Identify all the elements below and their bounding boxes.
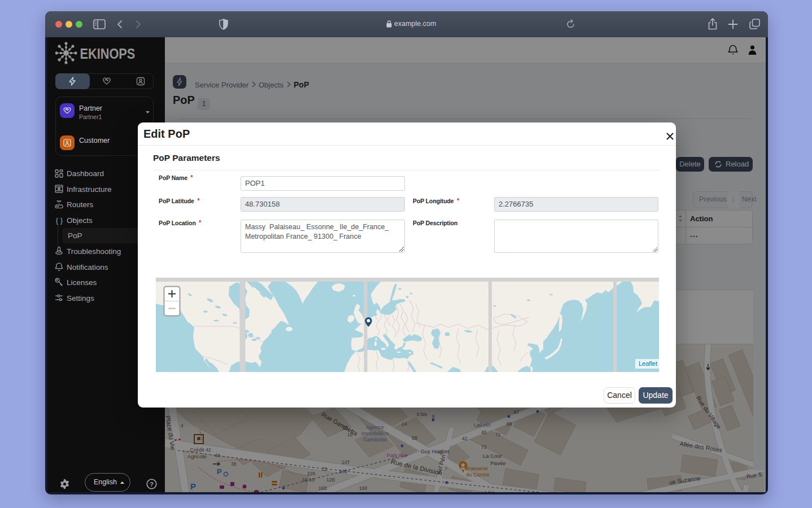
svg-text:Leaflet: Leaflet: [639, 360, 657, 367]
svg-text:EKINOPS: EKINOPS: [80, 46, 136, 62]
svg-text:?: ?: [150, 481, 154, 488]
svg-text:{ }: { }: [56, 216, 63, 225]
